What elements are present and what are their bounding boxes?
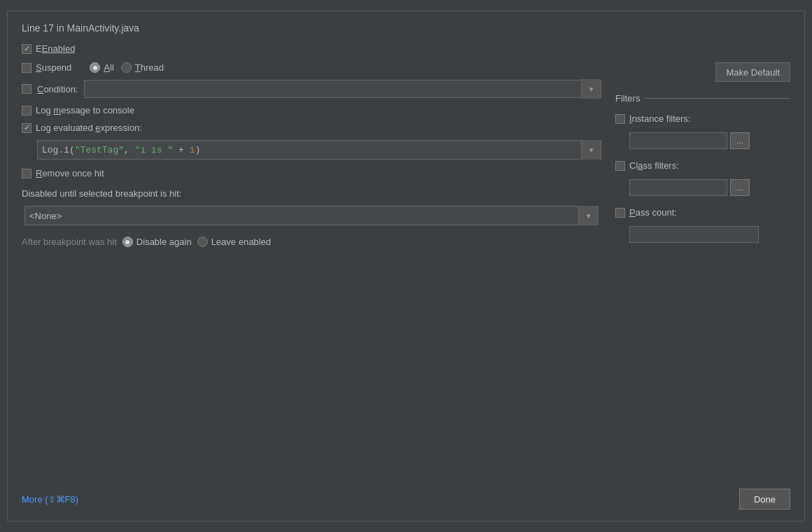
instance-filters-checkbox[interactable] — [615, 114, 625, 124]
log-expression-checkbox-container[interactable]: Log evaluated expression: — [22, 122, 142, 133]
class-filters-input[interactable] — [629, 179, 727, 196]
none-dropdown-row: ▾ — [22, 206, 601, 225]
make-default-button[interactable]: Make Default — [715, 62, 790, 82]
thread-radio[interactable] — [121, 62, 132, 73]
thread-radio-container[interactable]: Thread — [121, 62, 164, 73]
bottom-row: More (⇧⌘F8) Done — [22, 482, 790, 510]
main-content: Suspend All Thread — [22, 62, 790, 482]
expression-input-row: Log.i("TestTag", "i is " + i) ▾ — [22, 140, 601, 160]
disable-again-radio-container[interactable]: Disable again — [122, 237, 192, 247]
enabled-checkbox[interactable] — [22, 44, 31, 54]
instance-filters-input-row: ... — [615, 132, 790, 149]
all-label: All — [104, 62, 113, 73]
disabled-until-label: Disabled until selected breakpoint is hi… — [22, 188, 181, 199]
log-message-row: Log message to console — [22, 105, 601, 115]
left-panel: Suspend All Thread — [22, 62, 601, 482]
condition-input[interactable] — [85, 83, 581, 96]
dialog-title: Line 17 in MainActivity.java — [22, 22, 790, 34]
class-filters-input-row: ... — [615, 179, 790, 196]
disable-again-radio[interactable] — [122, 237, 133, 247]
instance-filters-label: Instance filters: — [629, 113, 690, 124]
instance-filters-row: Instance filters: — [615, 113, 790, 124]
suspend-label: Suspend — [36, 62, 71, 73]
log-message-label: Log message to console — [36, 105, 134, 115]
expression-dropdown[interactable]: Log.i("TestTag", "i is " + i) ▾ — [37, 140, 601, 160]
pass-count-checkbox[interactable] — [615, 208, 625, 218]
pass-count-input-row — [615, 226, 790, 243]
condition-checkbox[interactable] — [22, 84, 31, 94]
condition-label: Condition: — [37, 84, 78, 94]
condition-checkbox-container[interactable] — [22, 84, 31, 94]
thread-label: Thread — [135, 62, 164, 73]
expression-input[interactable]: Log.i("TestTag", "i is " + i) — [38, 143, 581, 158]
after-hit-row: After breakpoint was hit Disable again L… — [22, 237, 601, 247]
right-panel: Make Default Filters Instance filters: .… — [615, 62, 790, 482]
leave-enabled-radio[interactable] — [197, 237, 208, 247]
filters-title: Filters — [615, 93, 790, 104]
class-filters-dots-button[interactable]: ... — [730, 179, 750, 196]
done-button[interactable]: Done — [739, 489, 790, 510]
remove-once-checkbox[interactable] — [22, 169, 31, 178]
condition-dropdown-arrow[interactable]: ▾ — [581, 79, 601, 99]
log-expression-row: Log evaluated expression: — [22, 122, 601, 133]
all-radio[interactable] — [90, 62, 100, 73]
breakpoint-dialog: Line 17 in MainActivity.java EEnabled Su… — [7, 10, 805, 522]
suspend-checkbox[interactable] — [22, 63, 31, 73]
leave-enabled-label: Leave enabled — [211, 237, 271, 247]
log-expression-label: Log evaluated expression: — [36, 122, 142, 133]
log-expression-checkbox[interactable] — [22, 123, 31, 133]
none-dropdown[interactable]: ▾ — [24, 206, 598, 225]
instance-filters-dots-button[interactable]: ... — [730, 132, 750, 149]
none-input[interactable] — [25, 209, 578, 223]
enabled-checkbox-container[interactable]: EEnabled — [22, 43, 75, 54]
class-filters-label: Class filters: — [629, 160, 679, 171]
log-message-checkbox-container[interactable]: Log message to console — [22, 105, 134, 115]
remove-once-checkbox-container[interactable]: Remove once hit — [22, 168, 104, 178]
disabled-until-row: Disabled until selected breakpoint is hi… — [22, 188, 601, 199]
suspend-checkbox-container[interactable]: Suspend — [22, 62, 71, 73]
after-hit-label: After breakpoint was hit — [22, 237, 117, 247]
none-dropdown-arrow[interactable]: ▾ — [578, 206, 598, 225]
remove-once-label: Remove once hit — [36, 168, 104, 178]
pass-count-row: Pass count: — [615, 207, 790, 218]
pass-count-label: Pass count: — [629, 207, 677, 218]
all-radio-container[interactable]: All — [90, 62, 113, 73]
log-message-checkbox[interactable] — [22, 106, 31, 115]
condition-dropdown[interactable]: ▾ — [84, 80, 601, 98]
instance-filters-input[interactable] — [629, 132, 727, 149]
remove-once-row: Remove once hit — [22, 168, 601, 178]
pass-count-input[interactable] — [629, 226, 759, 243]
more-link[interactable]: More (⇧⌘F8) — [22, 494, 78, 505]
leave-enabled-radio-container[interactable]: Leave enabled — [197, 237, 271, 247]
enabled-label: EEnabled — [36, 43, 75, 54]
suspend-row: Suspend All Thread — [22, 62, 601, 73]
condition-row: Condition: ▾ — [22, 80, 601, 98]
class-filters-checkbox[interactable] — [615, 161, 625, 171]
class-filters-row: Class filters: — [615, 160, 790, 171]
disable-again-label: Disable again — [136, 237, 192, 247]
expression-dropdown-arrow[interactable]: ▾ — [581, 140, 601, 160]
